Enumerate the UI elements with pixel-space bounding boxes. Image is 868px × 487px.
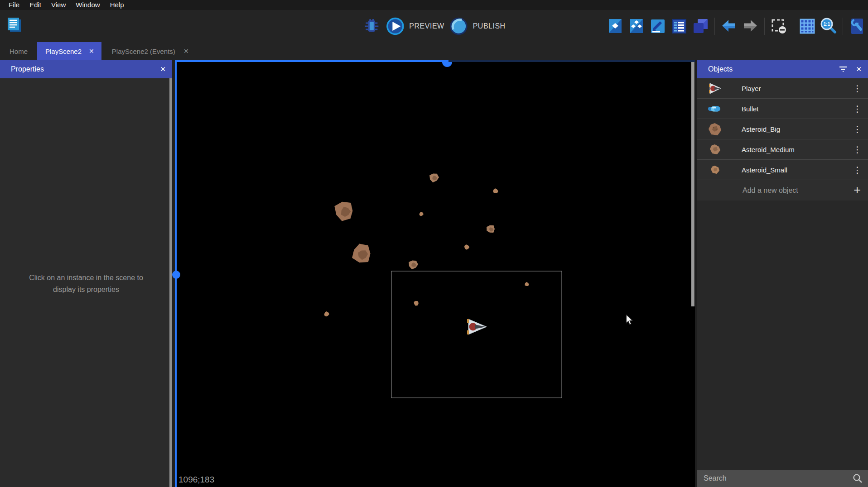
asteroid-instance-small[interactable] <box>525 282 529 286</box>
menu-window[interactable]: Window <box>71 0 105 10</box>
menu-view[interactable]: View <box>46 0 71 10</box>
object-row-asteroid-medium[interactable]: Asteroid_Medium ⋮ <box>697 139 868 160</box>
layers-icon <box>691 17 709 35</box>
objects-panel-title: Objects <box>708 65 733 73</box>
object-menu-icon[interactable]: ⋮ <box>853 165 862 175</box>
add-object-label: Add a new object <box>743 186 798 195</box>
tab-playscene2[interactable]: PlayScene2 ✕ <box>37 42 101 60</box>
scene-settings-button[interactable] <box>848 16 866 36</box>
zoom-1-1-icon: 1:1 <box>820 17 838 35</box>
publish-label: PUBLISH <box>473 22 506 30</box>
menu-edit[interactable]: Edit <box>24 0 46 10</box>
canvas-vertical-scrollbar[interactable] <box>691 62 694 306</box>
filter-icon <box>839 65 848 73</box>
search-input[interactable] <box>704 474 853 482</box>
undo-button[interactable] <box>720 16 738 36</box>
bullet-icon <box>707 104 723 113</box>
scene-properties-button[interactable] <box>606 16 624 36</box>
object-menu-icon[interactable]: ⋮ <box>853 144 862 155</box>
player-ship-instance[interactable] <box>467 319 487 334</box>
add-object-row[interactable]: Add a new object + <box>697 180 868 201</box>
instances-list-icon <box>670 17 688 35</box>
object-row-bullet[interactable]: Bullet ⋮ <box>697 99 868 119</box>
menu-file[interactable]: File <box>4 0 24 10</box>
asteroid-big-icon <box>707 122 723 136</box>
asteroid-instance-small[interactable] <box>414 301 418 306</box>
object-name: Bullet <box>742 105 759 113</box>
object-row-asteroid-big[interactable]: Asteroid_Big ⋮ <box>697 119 868 139</box>
redo-button[interactable] <box>741 16 759 36</box>
deselect-icon <box>770 17 788 35</box>
menu-help[interactable]: Help <box>105 0 129 10</box>
properties-panel: Properties ✕ Click on an instance in the… <box>0 60 172 487</box>
object-menu-icon[interactable]: ⋮ <box>853 124 862 134</box>
tab-label: PlayScene2 (Events) <box>112 48 175 55</box>
object-name: Asteroid_Big <box>742 125 780 133</box>
close-icon[interactable]: ✕ <box>856 65 862 73</box>
instances-list-button[interactable] <box>670 16 688 36</box>
object-name: Asteroid_Small <box>742 166 787 174</box>
object-name: Player <box>742 85 761 92</box>
scene-canvas[interactable]: 1096;183 <box>175 60 695 487</box>
cursor-coordinates: 1096;183 <box>178 475 214 485</box>
toolbar-separator <box>793 18 793 35</box>
edit-scene-button[interactable] <box>649 16 667 36</box>
gdevelop-window: File Edit View Window Help <box>0 0 868 487</box>
canvas-top-border <box>175 60 695 62</box>
debug-bug-icon <box>362 17 381 36</box>
mouse-cursor <box>626 315 634 327</box>
debugger-button[interactable] <box>362 16 381 36</box>
preview-play-icon <box>385 16 405 36</box>
svg-text:1:1: 1:1 <box>824 22 830 27</box>
scene-properties-icon <box>606 17 624 35</box>
object-row-asteroid-small[interactable]: Asteroid_Small ⋮ <box>697 160 868 180</box>
player-ship-icon <box>707 82 723 95</box>
tab-playscene2-events[interactable]: PlayScene2 (Events) ✕ <box>103 42 196 60</box>
search-icon <box>853 473 863 483</box>
properties-hint-text: Click on an instance in the scene to dis… <box>0 272 172 296</box>
clear-selection-button[interactable] <box>770 16 788 36</box>
asteroid-instance-small[interactable] <box>493 188 498 193</box>
project-manager-button[interactable] <box>5 15 24 35</box>
redo-icon <box>741 17 759 35</box>
layers-button[interactable] <box>691 16 709 36</box>
preview-button[interactable]: PREVIEW <box>385 16 444 36</box>
asteroid-instance-small[interactable] <box>324 311 330 317</box>
zoom-reset-button[interactable]: 1:1 <box>820 16 838 36</box>
properties-scrollbar[interactable] <box>169 78 172 487</box>
tab-close-icon[interactable]: ✕ <box>89 48 94 54</box>
objects-search-bar <box>697 470 868 487</box>
objects-list-icon <box>627 17 646 35</box>
scene-render <box>175 60 695 487</box>
objects-panel-header: Objects ✕ <box>697 60 868 78</box>
object-row-player[interactable]: Player ⋮ <box>697 78 868 99</box>
tab-label: Home <box>10 48 28 55</box>
panel-resize-handle-left[interactable] <box>172 271 180 279</box>
grid-icon <box>798 17 816 35</box>
tab-home[interactable]: Home <box>0 42 37 60</box>
filter-button[interactable] <box>839 65 848 73</box>
asteroid-small-icon <box>707 165 723 175</box>
toolbar-separator <box>764 18 765 35</box>
toolbar: PREVIEW PUBLISH <box>0 10 868 42</box>
properties-panel-header: Properties ✕ <box>0 60 172 78</box>
object-menu-icon[interactable]: ⋮ <box>853 104 862 114</box>
publish-globe-icon <box>449 16 469 36</box>
publish-button[interactable]: PUBLISH <box>449 16 506 36</box>
asteroid-instance-small[interactable] <box>464 244 469 250</box>
toolbar-separator <box>843 18 843 35</box>
main-area: Properties ✕ Click on an instance in the… <box>0 60 868 487</box>
grid-button[interactable] <box>798 16 816 36</box>
close-icon[interactable]: ✕ <box>160 65 166 73</box>
asteroid-instance-small[interactable] <box>420 212 424 216</box>
tab-bar: Home PlayScene2 ✕ PlayScene2 (Events) ✕ <box>0 42 868 60</box>
objects-list-button[interactable] <box>627 16 646 36</box>
project-manager-icon <box>5 15 24 35</box>
plus-icon[interactable]: + <box>854 184 861 196</box>
tab-close-icon[interactable]: ✕ <box>183 48 189 54</box>
undo-icon <box>720 17 738 35</box>
menu-bar: File Edit View Window Help <box>0 0 868 10</box>
edit-pencil-icon <box>649 17 667 35</box>
toolbar-separator <box>714 18 715 35</box>
object-menu-icon[interactable]: ⋮ <box>853 83 862 94</box>
